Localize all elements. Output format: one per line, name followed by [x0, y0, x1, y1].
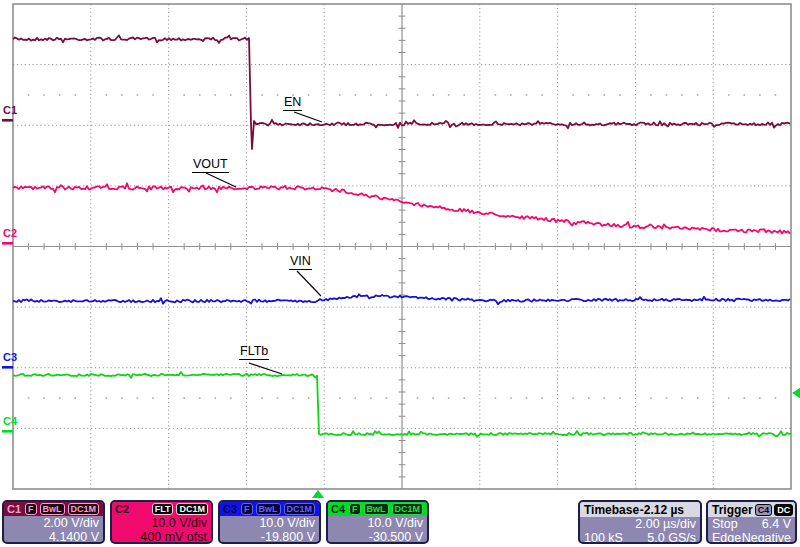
trigger-level-marker[interactable]: [792, 387, 800, 399]
channel-descriptor-c2[interactable]: C2 FLT DC1M 10.0 V/div 400 mV ofst: [110, 500, 213, 544]
trigger-mode: Stop: [712, 517, 738, 531]
channel-c4-header: C4 F BwL DC1M: [328, 502, 427, 516]
trace-label-vout: VOUT: [192, 158, 229, 173]
trigger-slope: Negative: [742, 531, 791, 544]
channel-zero-marker-c4[interactable]: C4: [3, 416, 17, 427]
bandwidth-badge: BwL: [364, 503, 389, 515]
impedance-badge: DC1M: [392, 503, 424, 515]
waveform-plot: [0, 0, 800, 547]
timebase-header: Timebase -2.12 µs: [580, 502, 700, 517]
impedance-badge: DC1M: [68, 503, 100, 515]
trigger-type: Edge: [712, 531, 741, 544]
coupling-badge: F: [25, 503, 37, 515]
trace-label-fltb: FLTb: [239, 345, 269, 360]
channel-c3-id: C3: [223, 503, 237, 515]
channel-c4-id: C4: [331, 503, 345, 515]
volts-per-div: 10.0 V/div: [220, 516, 319, 530]
sample-count: 100 kS: [584, 531, 623, 544]
coupling-badge: F: [241, 503, 253, 515]
time-per-div: 2.00 µs/div: [635, 517, 696, 531]
trigger-time-marker[interactable]: [312, 490, 324, 498]
channel-descriptor-c4[interactable]: C4 F BwL DC1M 10.0 V/div -30.500 V: [326, 500, 429, 544]
offset-value: -19.800 V: [220, 530, 319, 544]
volts-per-div: 2.00 V/div: [4, 516, 103, 530]
impedance-badge: DC1M: [176, 503, 208, 515]
sample-rate: 5.0 GS/s: [647, 531, 696, 544]
channel-c3-header: C3 F BwL DC1M: [220, 502, 319, 516]
channel-c2-header: C2 FLT DC1M: [112, 502, 211, 516]
timebase-offset: -2.12 µs: [640, 503, 684, 517]
trace-label-vin: VIN: [289, 255, 312, 270]
trigger-source-badge: C4: [755, 504, 773, 516]
channel-zero-marker-c1[interactable]: C1: [3, 105, 17, 116]
trigger-header: Trigger C4 DC: [708, 502, 795, 517]
offset-value: 4.1400 V: [4, 530, 103, 544]
volts-per-div: 10.0 V/div: [112, 516, 211, 530]
trigger-descriptor[interactable]: Trigger C4 DC Stop 6.4 V Edge Negative: [706, 500, 797, 544]
trigger-level: 6.4 V: [762, 517, 791, 531]
channel-zero-marker-c2[interactable]: C2: [3, 228, 17, 239]
trigger-title: Trigger: [712, 503, 753, 517]
bandwidth-badge: BwL: [40, 503, 65, 515]
filter-badge: FLT: [152, 503, 174, 515]
channel-c1-id: C1: [7, 503, 21, 515]
impedance-badge: DC1M: [284, 503, 316, 515]
trace-label-en: EN: [283, 96, 302, 111]
trigger-coupling-badge: DC: [774, 504, 793, 516]
offset-value: -30.500 V: [328, 530, 427, 544]
channel-descriptor-c1[interactable]: C1 F BwL DC1M 2.00 V/div 4.1400 V: [2, 500, 105, 544]
timebase-descriptor[interactable]: Timebase -2.12 µs 2.00 µs/div 100 kS 5.0…: [578, 500, 702, 544]
channel-zero-marker-c3[interactable]: C3: [3, 352, 17, 363]
coupling-badge: F: [349, 503, 361, 515]
channel-c2-id: C2: [115, 503, 129, 515]
channel-c1-header: C1 F BwL DC1M: [4, 502, 103, 516]
bandwidth-badge: BwL: [256, 503, 281, 515]
timebase-title: Timebase: [584, 503, 639, 517]
offset-value: 400 mV ofst: [112, 530, 211, 544]
channel-descriptor-c3[interactable]: C3 F BwL DC1M 10.0 V/div -19.800 V: [218, 500, 321, 544]
volts-per-div: 10.0 V/div: [328, 516, 427, 530]
